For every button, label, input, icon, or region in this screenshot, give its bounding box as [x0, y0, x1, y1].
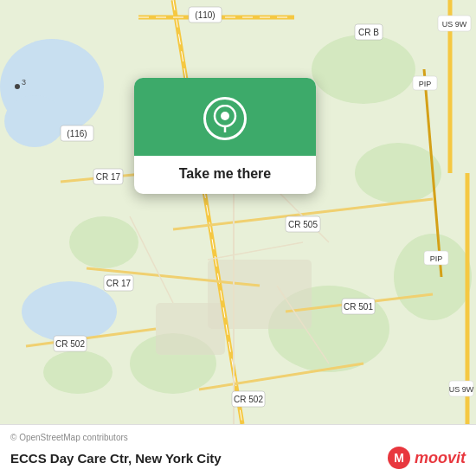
- popup-green-area: [134, 78, 316, 156]
- bottom-bar: © OpenStreetMap contributors ECCS Day Ca…: [0, 424, 476, 476]
- svg-text:CR B: CR B: [358, 28, 379, 37]
- svg-text:(110): (110): [195, 10, 215, 20]
- map-attribution: © OpenStreetMap contributors: [10, 433, 466, 442]
- svg-point-60: [221, 112, 229, 120]
- svg-point-2: [4, 95, 65, 147]
- svg-point-10: [43, 351, 113, 394]
- svg-text:M: M: [394, 451, 404, 465]
- svg-point-4: [312, 35, 415, 104]
- moovit-icon: M: [387, 446, 411, 470]
- svg-text:CR 501: CR 501: [344, 302, 373, 312]
- moovit-text: moovit: [415, 449, 466, 467]
- svg-text:CR 502: CR 502: [55, 339, 85, 349]
- svg-text:CR 505: CR 505: [288, 220, 318, 229]
- svg-point-6: [394, 234, 472, 320]
- svg-text:3: 3: [22, 78, 26, 87]
- svg-text:(116): (116): [67, 129, 87, 138]
- svg-text:CR 17: CR 17: [96, 172, 121, 182]
- map-container[interactable]: (110) (116) CR B CR 505 CR 17 CR 17 CR 5…: [0, 0, 476, 424]
- svg-text:PIP: PIP: [430, 254, 443, 263]
- svg-text:US 9W: US 9W: [449, 385, 474, 394]
- svg-text:US 9W: US 9W: [442, 20, 467, 29]
- svg-point-3: [22, 281, 117, 342]
- popup-card: Take me there: [134, 78, 316, 194]
- map-background: (110) (116) CR B CR 505 CR 17 CR 17 CR 5…: [0, 0, 476, 424]
- svg-point-5: [355, 143, 441, 203]
- take-me-there-button[interactable]: Take me there: [134, 156, 316, 194]
- svg-point-57: [15, 84, 20, 89]
- place-title: ECCS Day Care Ctr, New York City: [10, 451, 222, 466]
- svg-rect-12: [156, 303, 225, 355]
- svg-text:CR 502: CR 502: [234, 395, 263, 404]
- location-pin-icon: [211, 105, 239, 132]
- svg-text:PIP: PIP: [419, 80, 432, 88]
- svg-point-8: [69, 216, 138, 268]
- moovit-logo: M moovit: [387, 446, 466, 470]
- location-icon-circle: [203, 97, 247, 140]
- svg-text:CR 17: CR 17: [106, 279, 132, 288]
